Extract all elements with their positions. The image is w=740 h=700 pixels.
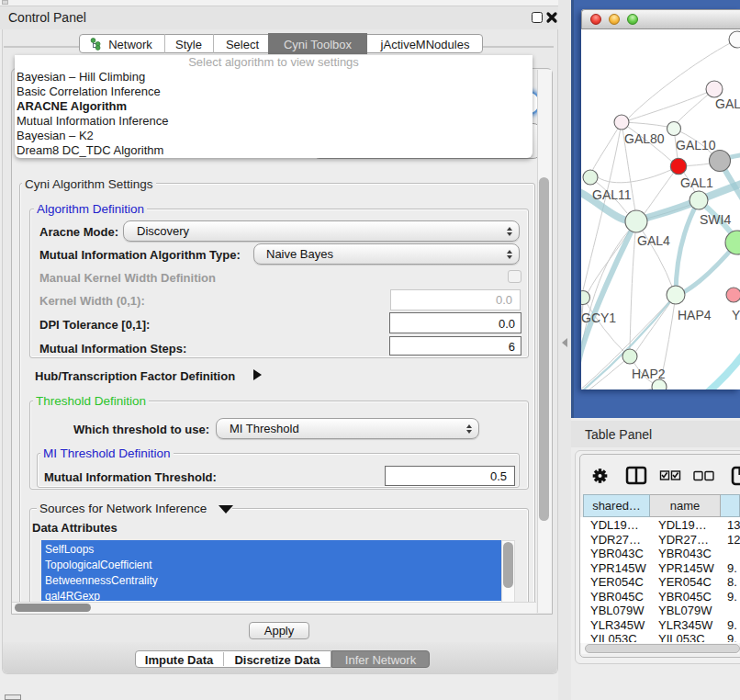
svg-text:HAP2: HAP2 [632, 367, 666, 381]
svg-text:Y: Y [732, 308, 740, 322]
svg-text:GAL80: GAL80 [624, 131, 665, 146]
svg-text:GAL11: GAL11 [592, 187, 632, 202]
svg-text:GAL4: GAL4 [637, 233, 670, 248]
svg-text:HAP4: HAP4 [678, 308, 712, 322]
svg-text:GCY1: GCY1 [581, 310, 616, 325]
svg-text:GAL1: GAL1 [680, 175, 713, 190]
svg-text:GAL: GAL [715, 96, 740, 111]
svg-text:SWI4: SWI4 [700, 212, 731, 227]
svg-text:GAL10: GAL10 [676, 138, 716, 152]
